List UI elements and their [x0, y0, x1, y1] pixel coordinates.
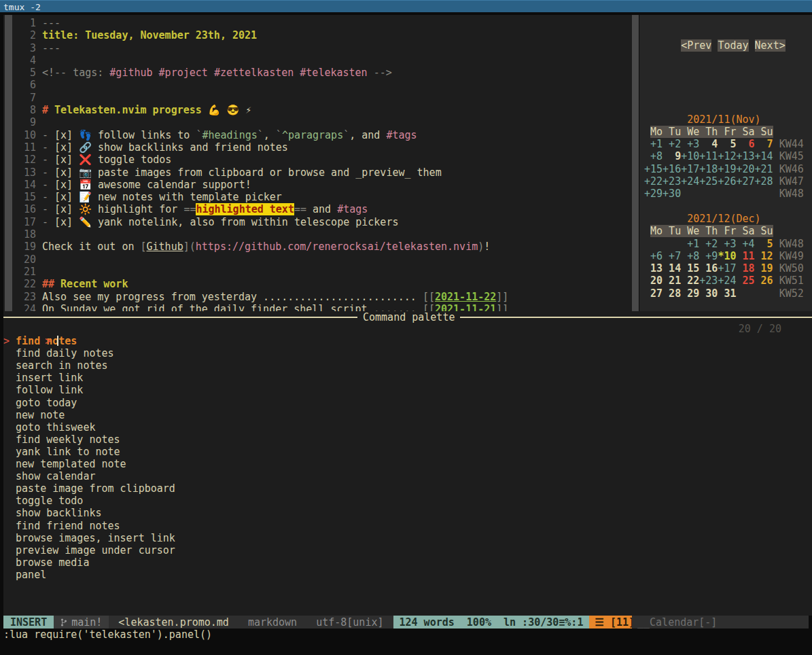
calendar-day[interactable]: [736, 287, 754, 300]
calendar-day[interactable]: 25: [736, 275, 754, 287]
palette-item[interactable]: paste image from clipboard: [3, 482, 812, 495]
calendar-pane[interactable]: <Prev Today Next> 2021/11(Nov) Mo Tu We …: [639, 15, 812, 311]
calendar-day[interactable]: +18: [699, 163, 718, 175]
calendar-day[interactable]: +22: [644, 175, 663, 188]
calendar-day[interactable]: +19: [718, 163, 736, 175]
calendar-day[interactable]: +21: [755, 163, 773, 175]
calendar-day[interactable]: 11: [736, 250, 754, 262]
editor-pane[interactable]: 1---2title: Tuesday, November 23th, 2021…: [3, 15, 632, 311]
editor-buffer[interactable]: 1---2title: Tuesday, November 23th, 2021…: [3, 17, 632, 315]
calendar-day[interactable]: 31: [718, 287, 736, 300]
calendar-day[interactable]: +24: [718, 275, 736, 287]
palette-item[interactable]: browse media: [3, 556, 812, 569]
calendar-day[interactable]: +16: [663, 163, 681, 175]
calendar-day[interactable]: 4: [699, 138, 718, 150]
calendar-day[interactable]: 15: [681, 262, 699, 275]
calendar-day[interactable]: +30: [663, 188, 681, 200]
calendar-day[interactable]: +6: [644, 250, 663, 262]
calendar-day[interactable]: +17: [681, 163, 699, 175]
palette-item[interactable]: browse images, insert link: [3, 532, 812, 544]
palette-item[interactable]: find daily notes: [3, 347, 812, 359]
calendar-day[interactable]: 7: [755, 138, 773, 150]
calendar-day[interactable]: 28: [663, 287, 681, 300]
calendar-today-button[interactable]: Today: [718, 39, 748, 52]
calendar-day[interactable]: 9: [663, 150, 681, 162]
calendar-day[interactable]: 20: [644, 275, 663, 287]
editor-line[interactable]: 23Also see my progress from yesterday ..…: [3, 291, 632, 303]
palette-item[interactable]: insert link: [3, 372, 812, 384]
calendar-day[interactable]: 14: [663, 262, 681, 275]
calendar-day[interactable]: +26: [718, 175, 736, 188]
editor-line[interactable]: 13- [x] 📷 paste images from clipboard or…: [3, 166, 632, 179]
calendar-day[interactable]: +7: [663, 250, 681, 262]
calendar-day[interactable]: +4: [736, 238, 754, 250]
editor-line[interactable]: 21: [3, 266, 632, 278]
palette-item[interactable]: goto today: [3, 397, 812, 409]
palette-item[interactable]: show calendar: [3, 470, 812, 482]
editor-line[interactable]: 17- [x] ✏️ yank notelink, also from with…: [3, 216, 632, 228]
calendar-day[interactable]: [681, 188, 699, 200]
command-palette[interactable]: Command palette > 20 / 20 > find notes f…: [3, 311, 812, 616]
calendar-day[interactable]: +2: [663, 138, 681, 150]
palette-item[interactable]: new note: [3, 409, 812, 421]
palette-item[interactable]: preview image under cursor: [3, 544, 812, 556]
palette-item[interactable]: search in notes: [3, 359, 812, 372]
calendar-day[interactable]: +23: [699, 275, 718, 287]
editor-line[interactable]: 9: [3, 116, 632, 128]
palette-item[interactable]: follow link: [3, 384, 812, 396]
calendar-day[interactable]: +25: [699, 175, 718, 188]
editor-line[interactable]: 2title: Tuesday, November 23th, 2021: [3, 29, 632, 41]
palette-item[interactable]: toggle todo: [3, 495, 812, 507]
editor-line[interactable]: 5<!-- tags: #github #project #zettelkast…: [3, 67, 632, 79]
calendar-day[interactable]: [718, 188, 736, 200]
calendar-day[interactable]: 27: [644, 287, 663, 300]
calendar-day[interactable]: 16: [699, 262, 718, 275]
calendar-day[interactable]: 19: [755, 262, 773, 275]
calendar-day[interactable]: +11: [699, 150, 718, 162]
palette-item[interactable]: find friend notes: [3, 520, 812, 532]
calendar-day[interactable]: +2: [699, 238, 718, 250]
calendar-day[interactable]: +8: [644, 150, 663, 162]
calendar-day[interactable]: [663, 238, 681, 250]
calendar-day[interactable]: 21: [663, 275, 681, 287]
editor-line[interactable]: 1---: [3, 17, 632, 29]
calendar-day[interactable]: 22: [681, 275, 699, 287]
calendar-day[interactable]: [755, 188, 773, 200]
editor-line[interactable]: 15- [x] 📝 new notes with template picker: [3, 191, 632, 203]
calendar-day[interactable]: 30: [699, 287, 718, 300]
calendar-day[interactable]: +1: [681, 238, 699, 250]
calendar-day[interactable]: 5: [718, 138, 736, 150]
editor-line[interactable]: 16- [x] 🔆 highlight for ==highlighted te…: [3, 203, 632, 215]
calendar-day[interactable]: +13: [736, 150, 754, 162]
calendar-day[interactable]: +20: [736, 163, 754, 175]
editor-line[interactable]: 7: [3, 92, 632, 104]
calendar-day[interactable]: +1: [644, 138, 663, 150]
editor-line[interactable]: 14- [x] 📅 awesome calendar support!: [3, 179, 632, 191]
editor-line[interactable]: 4: [3, 54, 632, 67]
calendar-day[interactable]: 13: [644, 262, 663, 275]
calendar-next-button[interactable]: Next>: [755, 39, 785, 52]
editor-line[interactable]: 6: [3, 79, 632, 91]
palette-item[interactable]: yank link to note: [3, 446, 812, 458]
editor-line[interactable]: 22## Recent work: [3, 278, 632, 290]
palette-item[interactable]: panel: [3, 569, 812, 581]
editor-line[interactable]: 19Check it out on [Github](https://githu…: [3, 241, 632, 253]
calendar-day[interactable]: +24: [681, 175, 699, 188]
calendar-day[interactable]: +17: [718, 262, 736, 275]
calendar-day[interactable]: 26: [755, 275, 773, 287]
calendar-day[interactable]: +23: [663, 175, 681, 188]
calendar-day[interactable]: [755, 287, 773, 300]
calendar-day[interactable]: [644, 238, 663, 250]
calendar-day[interactable]: +15: [644, 163, 663, 175]
window-vertical-separator[interactable]: [632, 15, 639, 311]
calendar-day[interactable]: [699, 188, 718, 200]
calendar-prev-button[interactable]: <Prev: [681, 39, 711, 52]
window-titlebar[interactable]: tmux -2: [0, 0, 812, 12]
editor-line[interactable]: 12- [x] ❌ toggle todos: [3, 154, 632, 166]
palette-item[interactable]: new templated note: [3, 458, 812, 470]
calendar-day[interactable]: +9: [699, 250, 718, 262]
calendar-day[interactable]: +3: [681, 138, 699, 150]
editor-line[interactable]: 3---: [3, 42, 632, 54]
calendar-day[interactable]: +28: [755, 175, 773, 188]
calendar-day[interactable]: *10: [718, 250, 736, 262]
